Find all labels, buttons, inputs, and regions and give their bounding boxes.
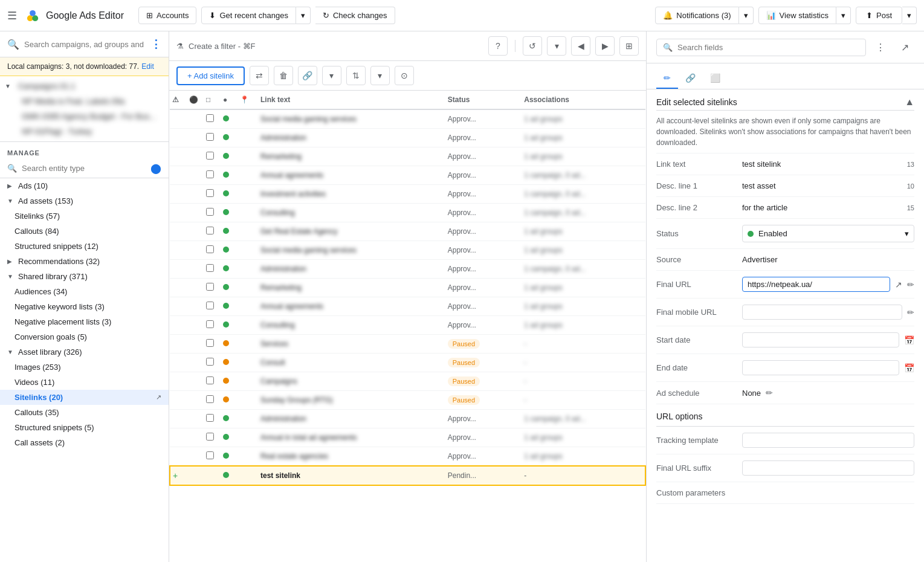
sidebar-item-negative-placement-lists[interactable]: Negative placement lists (3)	[0, 314, 169, 329]
table-row[interactable]: Remarketing Approv... 1 ad groups	[170, 279, 645, 297]
check-changes-button[interactable]: ↻ Check changes	[315, 7, 395, 24]
link-dropdown[interactable]: ▾	[322, 66, 341, 85]
final-mobile-url-edit-icon[interactable]: ✏	[907, 308, 914, 317]
transfer-dropdown[interactable]: ▾	[370, 66, 390, 85]
table-row[interactable]: Sunday Groups (RTG) Paused -	[170, 391, 645, 410]
ad-schedule-edit-icon[interactable]: ✏	[766, 388, 773, 398]
table-row[interactable]: Remarketing Approv... 1 ad groups	[170, 147, 645, 166]
cell-checkbox[interactable]	[204, 279, 221, 297]
panel-expand-btn[interactable]: ↗	[895, 37, 914, 57]
sidebar-item-structured-snippets-asset[interactable]: Structured snippets (5)	[0, 420, 169, 435]
table-row[interactable]: Get Real Estate Agency Approv... 1 ad gr…	[170, 222, 645, 241]
get-recent-dropdown[interactable]: ▾	[296, 7, 311, 24]
sidebar-item-shared-library[interactable]: ▼ Shared library (371)	[0, 269, 169, 284]
nav-back-btn[interactable]: ◀	[571, 36, 590, 56]
sidebar-item-images[interactable]: Images (253)	[0, 360, 169, 375]
tab-history[interactable]: ⬜	[703, 68, 728, 89]
table-row[interactable]: Annual agreements Approv... 1 campaign, …	[170, 166, 645, 185]
final-url-edit-icon[interactable]: ✏	[907, 280, 914, 289]
sidebar-item-asset-library[interactable]: ▼ Asset library (326)	[0, 344, 169, 360]
cell-checkbox[interactable]	[204, 428, 221, 447]
move-btn[interactable]: ⇄	[250, 66, 269, 85]
tab-edit[interactable]: ✏	[656, 68, 678, 89]
tracking-template-input[interactable]	[742, 433, 914, 448]
sidebar-item-sitelinks[interactable]: Sitelinks (57)	[0, 208, 169, 224]
cell-checkbox[interactable]	[204, 166, 221, 185]
redo-dropdown[interactable]: ▾	[547, 36, 566, 56]
account-item-3[interactable]: NP-01Plagi - Turkey	[0, 124, 169, 139]
view-stats-dropdown[interactable]: ▾	[836, 7, 851, 24]
cell-checkbox[interactable]	[204, 354, 221, 372]
undo-btn[interactable]: ↺	[523, 36, 542, 56]
sidebar-item-structured-snippets[interactable]: Structured snippets (12)	[0, 239, 169, 254]
sidebar-item-ad-assets[interactable]: ▼ Ad assets (153)	[0, 193, 169, 208]
tab-link[interactable]: 🔗	[678, 68, 703, 89]
table-row[interactable]: Consulting Approv... 1 campaign, 0 ad...	[170, 204, 645, 222]
sidebar-item-negative-keyword-lists[interactable]: Negative keyword lists (3)	[0, 299, 169, 314]
cell-checkbox[interactable]	[204, 147, 221, 166]
desc2-input[interactable]	[742, 203, 902, 212]
cell-checkbox[interactable]	[204, 109, 221, 129]
notifications-button[interactable]: 🔔 Notifications (3)	[655, 7, 738, 24]
campaign-search-input[interactable]	[24, 40, 146, 49]
transfer-btn[interactable]: ⇅	[346, 66, 366, 85]
sidebar-item-conversion-goals[interactable]: Conversion goals (5)	[0, 329, 169, 344]
search-fields-input[interactable]	[677, 43, 859, 52]
start-date-input[interactable]	[742, 332, 899, 347]
notifications-dropdown[interactable]: ▾	[739, 7, 754, 24]
table-row[interactable]: Administration Approv... 1 campaign, 0 a…	[170, 260, 645, 279]
end-date-input[interactable]	[742, 360, 899, 375]
table-row[interactable]: Consulting Approv... 1 ad groups	[170, 316, 645, 335]
sidebar-item-sitelinks-asset[interactable]: Sitelinks (20) ↗	[0, 390, 169, 405]
status-select[interactable]: Enabled ▾	[742, 225, 914, 242]
cell-checkbox[interactable]	[204, 185, 221, 204]
start-date-calendar-icon[interactable]: 📅	[904, 335, 914, 345]
cell-checkbox[interactable]	[204, 204, 221, 222]
table-row[interactable]: Real estate agencies Approv... 1 ad grou…	[170, 447, 645, 467]
cell-checkbox[interactable]	[204, 260, 221, 279]
cell-checkbox[interactable]	[204, 297, 221, 316]
get-recent-button[interactable]: ⬇ Get recent changes	[201, 7, 296, 24]
desc1-input[interactable]	[742, 181, 902, 190]
sidebar-item-ads[interactable]: ▶ Ads (10)	[0, 178, 169, 193]
cell-checkbox[interactable]	[204, 241, 221, 260]
post-button[interactable]: ⬆ Post	[856, 7, 902, 24]
post-dropdown[interactable]: ▾	[902, 7, 917, 24]
sidebar-item-audiences[interactable]: Audiences (34)	[0, 284, 169, 299]
table-row[interactable]: Social media gaming services Approv... 1…	[170, 241, 645, 260]
help-icon-btn[interactable]: ?	[488, 36, 508, 56]
table-row[interactable]: Annual agreements Approv... 1 ad groups	[170, 297, 645, 316]
cell-checkbox[interactable]	[204, 222, 221, 241]
cell-checkbox[interactable]	[204, 335, 221, 354]
campaign-filter-icon[interactable]: ⋮	[150, 37, 161, 51]
entity-search-input[interactable]	[22, 164, 146, 173]
end-date-calendar-icon[interactable]: 📅	[904, 363, 914, 373]
add-sitelink-button[interactable]: + Add sitelink	[176, 66, 245, 85]
delete-btn[interactable]: 🗑	[274, 66, 293, 85]
final-url-suffix-input[interactable]	[742, 460, 914, 476]
view-stats-button[interactable]: 📊 View statistics	[758, 7, 836, 24]
final-mobile-url-input[interactable]	[742, 305, 902, 320]
more-btn[interactable]: ⊙	[395, 66, 414, 85]
table-row[interactable]: Administration Approv... 1 campaign, 0 a…	[170, 410, 645, 428]
table-row[interactable]: Administration Approv... 1 ad groups	[170, 129, 645, 147]
account-item-2[interactable]: GMK-0395 Agency Budget - For Bus...	[0, 109, 169, 124]
account-item-1[interactable]: NP Media is Feat. Labels 09a	[0, 94, 169, 109]
sidebar-item-call-assets[interactable]: Call assets (2)	[0, 435, 169, 450]
final-url-input[interactable]	[748, 280, 885, 289]
link-btn[interactable]: 🔗	[298, 66, 317, 85]
sidebar-item-recommendations[interactable]: ▶ Recommendations (32)	[0, 254, 169, 269]
sidebar-item-videos[interactable]: Videos (11)	[0, 375, 169, 390]
hamburger-icon[interactable]: ☰	[7, 9, 17, 22]
table-row-selected[interactable]: + test sitelink Pendin... -	[170, 466, 645, 485]
cell-checkbox[interactable]	[204, 410, 221, 428]
warning-edit-link[interactable]: Edit	[141, 62, 154, 71]
sidebar-item-callouts[interactable]: Callouts (84)	[0, 224, 169, 239]
table-row[interactable]: Annual in total ad agreements Approv... …	[170, 428, 645, 447]
cell-checkbox[interactable]	[204, 372, 221, 391]
table-row[interactable]: Services Paused -	[170, 335, 645, 354]
entity-filter-icon[interactable]: ⬤	[150, 163, 161, 174]
link-text-input[interactable]	[742, 160, 902, 169]
sidebar-item-callouts-asset[interactable]: Callouts (35)	[0, 405, 169, 420]
panel-more-btn[interactable]: ⋮	[871, 37, 890, 57]
